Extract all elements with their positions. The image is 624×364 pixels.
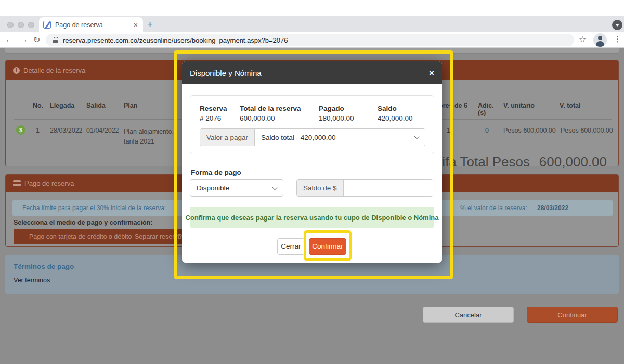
tab-close-icon[interactable]: × bbox=[133, 21, 139, 29]
reservation-detail-title: Detalle de la reserva bbox=[23, 67, 85, 74]
col-v-unitario: V. unitario bbox=[503, 102, 535, 109]
continue-button[interactable]: Continuar bbox=[527, 307, 618, 323]
site-favicon bbox=[43, 21, 51, 29]
disponible-nomina-modal: Disponible y Nómina × Reserva # 2076 Tot… bbox=[182, 61, 442, 263]
col-no: No. bbox=[33, 102, 43, 109]
traffic-light-minimize[interactable] bbox=[18, 22, 24, 28]
payment-method-value: Disponible bbox=[197, 184, 229, 192]
cell-llegada: 28/03/2022 bbox=[50, 127, 83, 134]
payment-terms-title: Términos de pago bbox=[14, 263, 74, 270]
previous-panel-edge bbox=[5, 48, 619, 54]
payment-method-select[interactable]: Disponible bbox=[190, 179, 283, 197]
back-icon[interactable]: ← bbox=[5, 35, 14, 44]
chevron-down-icon bbox=[414, 134, 420, 139]
tab-title: Pago de reserva bbox=[55, 21, 133, 29]
info-icon: i bbox=[13, 67, 20, 74]
col-llegada: Llegada bbox=[50, 102, 74, 109]
payment-method-prompt: Selecciona el medio de pago y confirmaci… bbox=[14, 219, 152, 226]
profile-avatar[interactable] bbox=[593, 33, 607, 47]
col-salida: Salida bbox=[86, 102, 106, 109]
address-bar[interactable]: reserva.presente.com.co/zeusonline/users… bbox=[46, 34, 574, 46]
balance-addon-label: Saldo de $ bbox=[297, 180, 344, 196]
modal-close-button[interactable]: Cerrar bbox=[277, 238, 305, 255]
cell-no: 1 bbox=[36, 127, 40, 134]
reservation-summary-card: Reserva # 2076 Total de la reserva 600,0… bbox=[190, 95, 434, 154]
browser-tab[interactable]: Pago de reserva × bbox=[39, 17, 143, 32]
bookmark-star-icon[interactable]: ☆ bbox=[579, 34, 586, 44]
screen: Pago de reserva × + ← → ↻ reserva.presen… bbox=[0, 0, 624, 364]
modal-title: Disponible y Nómina bbox=[190, 69, 262, 77]
amount-to-pay-group: Valor a pagar Saldo total - 420,000.00 bbox=[200, 128, 425, 146]
summary-saldo-value: 420,000.00 bbox=[378, 114, 413, 122]
view-terms-link[interactable]: Ver términos bbox=[14, 277, 50, 284]
downloads-icon[interactable] bbox=[612, 20, 622, 30]
window-controls[interactable] bbox=[7, 21, 38, 30]
summary-total-value: 600,000.00 bbox=[240, 114, 275, 122]
window-titlebar bbox=[0, 0, 624, 16]
booking-payment-title: Pago de reserva bbox=[24, 179, 74, 187]
cell-plan: Plan alojamiento, tarifa 2021 bbox=[124, 127, 185, 147]
col-v-total: V. total bbox=[560, 102, 581, 109]
option-split-reservation[interactable]: Separar reserva bbox=[135, 233, 181, 240]
summary-reserva-label: Reserva bbox=[200, 105, 227, 112]
deadline-right-value: 28/03/2022 bbox=[537, 204, 568, 212]
balance-input[interactable] bbox=[344, 180, 433, 196]
summary-total-label: Total de la reserva bbox=[240, 105, 301, 112]
total-rate-value: 600,000.00 bbox=[539, 154, 607, 170]
payment-status-icon: $ bbox=[16, 125, 25, 135]
chevron-down-icon bbox=[272, 185, 278, 190]
modal-confirm-button[interactable]: Confirmar bbox=[309, 238, 346, 255]
balance-input-group: Saldo de $ bbox=[296, 179, 433, 197]
summary-reserva-value: # 2076 bbox=[200, 114, 221, 122]
summary-saldo-label: Saldo bbox=[378, 105, 397, 112]
cell-v-unitario: Pesos 600,000.00 bbox=[503, 127, 556, 134]
modal-header: Disponible y Nómina × bbox=[182, 61, 442, 84]
deadline-left-label: Fecha límite para pagar el 30% inicial d… bbox=[22, 204, 166, 212]
amount-to-pay-select[interactable]: Saldo total - 420,000.00 bbox=[255, 129, 425, 146]
forward-icon[interactable]: → bbox=[20, 35, 28, 44]
lock-icon bbox=[53, 40, 58, 43]
traffic-light-close[interactable] bbox=[7, 22, 14, 28]
cancel-button[interactable]: Cancelar bbox=[423, 307, 514, 323]
col-adicionales: Adic. (s) bbox=[478, 102, 497, 116]
amount-to-pay-label: Valor a pagar bbox=[200, 129, 255, 146]
deadline-right-label: % el valor de la reserva: bbox=[460, 204, 527, 212]
summary-pagado-label: Pagado bbox=[319, 105, 344, 112]
url-text[interactable]: reserva.presente.com.co/zeusonline/users… bbox=[63, 36, 288, 44]
credit-card-icon bbox=[13, 180, 21, 186]
new-tab-button[interactable]: + bbox=[147, 19, 153, 30]
modal-close-icon[interactable]: × bbox=[429, 69, 434, 77]
amount-to-pay-value: Saldo total - 420,000.00 bbox=[261, 134, 335, 141]
summary-pagado-value: 180,000.00 bbox=[319, 114, 354, 122]
cell-menores: 1 bbox=[447, 127, 450, 134]
cell-v-total: Pesos 600,000.00 bbox=[561, 127, 613, 134]
col-plan: Plan bbox=[124, 102, 137, 109]
payment-form-label: Forma de pago bbox=[191, 168, 241, 176]
reload-icon[interactable]: ↻ bbox=[33, 35, 40, 45]
confirmation-note: Confirma que deseas pagar la reserva usa… bbox=[190, 207, 434, 228]
traffic-light-zoom[interactable] bbox=[28, 22, 34, 28]
option-card-payment[interactable]: Pago con tarjeta de crédito o débito bbox=[29, 233, 132, 240]
browser-menu-icon[interactable]: ⋮ bbox=[614, 34, 621, 44]
cell-salida: 01/04/2022 bbox=[86, 127, 119, 134]
cell-adicionales: 0 bbox=[485, 127, 489, 134]
